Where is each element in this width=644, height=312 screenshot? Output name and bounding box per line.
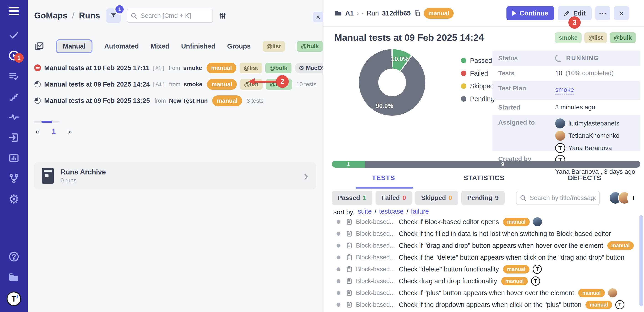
list-check-icon[interactable] <box>8 70 20 82</box>
tab-mixed[interactable]: Mixed <box>150 42 169 50</box>
clipboard-icon <box>346 278 353 284</box>
avatar <box>608 288 617 298</box>
copy-icon[interactable] <box>414 10 420 16</box>
breadcrumb-project[interactable]: GoMaps <box>34 11 68 20</box>
in-progress-status-icon <box>34 81 41 88</box>
pagination-page-1[interactable]: 1 <box>52 128 56 136</box>
assignee-avatar-stack[interactable]: T <box>609 192 640 204</box>
sign-in-icon[interactable] <box>8 132 20 144</box>
tab-statistics[interactable]: STATISTICS <box>434 174 534 182</box>
run-source: smoke <box>183 64 202 72</box>
test-plan-link[interactable]: smoke <box>555 86 574 94</box>
run-row[interactable]: Manual tests at 09 Feb 2025 13:25 from N… <box>34 92 320 109</box>
run-from-label: from <box>169 65 180 71</box>
test-row[interactable]: Block-based... Check if Block-based edit… <box>323 216 644 228</box>
app-logo-avatar[interactable]: T <box>6 292 21 306</box>
tab-defects[interactable]: DEFECTS <box>534 174 635 182</box>
test-row[interactable]: Block-based... Check if the "delete" but… <box>323 252 644 263</box>
funnel-icon <box>110 12 117 19</box>
continue-button[interactable]: Continue <box>506 6 554 20</box>
runs-notification-badge: 1 <box>14 53 24 63</box>
pagination-next[interactable]: » <box>68 128 72 136</box>
smoke-tag[interactable]: smoke <box>555 32 582 43</box>
sort-failure-link[interactable]: failure <box>411 208 429 216</box>
hamburger-menu-icon[interactable] <box>9 7 19 15</box>
filter-pending-button[interactable]: Pending9 <box>461 191 505 205</box>
horizontal-scrollbar[interactable] <box>34 121 60 122</box>
pending-dot-icon <box>336 267 340 271</box>
runs-archive-card[interactable]: Runs Archive 0 runs › <box>34 162 316 190</box>
assignee[interactable]: TYana Baranova <box>555 143 620 153</box>
scrollbar-thumb[interactable] <box>42 121 52 123</box>
bulk-tag[interactable]: @bulk <box>610 32 636 43</box>
run-title: Manual tests at 09 Feb 2025 14:24 <box>44 80 150 88</box>
bar-chart-icon[interactable] <box>8 152 20 164</box>
runs-search-input[interactable] <box>127 9 213 23</box>
vertical-scrollbar[interactable] <box>640 215 643 306</box>
runs-search <box>127 9 213 23</box>
donut-pending-label: 90.0% <box>376 102 393 109</box>
help-icon[interactable] <box>8 250 20 263</box>
active-tab-underline <box>356 187 413 188</box>
run-detail-panel: A1 › • Run 312dfb65 manual Continue Edit <box>323 0 644 312</box>
git-branch-icon[interactable] <box>8 172 20 185</box>
more-button[interactable]: ··· <box>595 6 610 20</box>
list-tag[interactable]: @list <box>584 32 607 43</box>
gear-icon[interactable]: ⚙ <box>8 193 20 205</box>
filter-failed-button[interactable]: Failed0 <box>376 191 412 205</box>
test-row[interactable]: Block-based... Check if the dropdown app… <box>323 299 644 311</box>
info-row-status: Status RUNNING <box>492 50 640 66</box>
test-row[interactable]: Block-based... Check drag and drop funct… <box>323 275 644 287</box>
pagination-prev[interactable]: « <box>36 128 40 136</box>
archive-count: 0 runs <box>60 177 106 184</box>
tab-manual[interactable]: Manual <box>56 40 92 53</box>
filter-skipped-button[interactable]: Skipped0 <box>415 191 458 205</box>
play-circle-icon[interactable]: 1 <box>8 50 20 62</box>
runs-panel-close-button[interactable]: × <box>313 12 323 22</box>
avatar: T <box>627 192 640 204</box>
test-row[interactable]: Block-based... Check "delete" button fun… <box>323 263 644 275</box>
stopped-status-icon <box>34 64 41 71</box>
info-row-plan: Test Plan smoke <box>492 80 640 100</box>
select-all-icon[interactable] <box>34 41 44 51</box>
manual-badge: manual <box>424 8 454 19</box>
pending-dot-icon <box>336 303 340 307</box>
test-title: Check if Block-based editor opens <box>399 218 499 226</box>
check-icon[interactable] <box>8 29 20 41</box>
bulk-tag: @bulk <box>265 63 292 73</box>
app-root: 1 ⚙ T <box>0 0 644 312</box>
filter-button[interactable]: 1 <box>106 8 121 23</box>
tests-search-input[interactable] <box>516 191 600 205</box>
test-row[interactable]: Block-based... Check if "plus" button ap… <box>323 287 644 299</box>
filter-passed-button[interactable]: Passed1 <box>332 191 372 205</box>
tag-list-filter[interactable]: @list <box>262 41 285 52</box>
tab-tests[interactable]: TESTS <box>333 174 434 182</box>
donut-passed-label: 10.0% <box>391 56 408 63</box>
chevron-right-icon: › <box>357 10 359 16</box>
run-source: smoke <box>184 81 202 88</box>
run-tests-count: 3 tests <box>246 98 264 104</box>
test-row[interactable]: Block-based... Check if "drag and drop" … <box>323 240 644 252</box>
steps-icon[interactable] <box>8 90 20 103</box>
test-row[interactable]: Block-based... Check the dropdown option… <box>323 311 644 312</box>
tab-unfinished[interactable]: Unfinished <box>181 42 216 50</box>
assignee[interactable]: TetianaKhomenko <box>555 131 620 141</box>
run-title-row: Manual tests at 09 Feb 2025 14:24 smoke … <box>334 32 636 43</box>
tag-bulk-filter[interactable]: @bulk <box>297 41 323 52</box>
activity-icon[interactable] <box>8 111 20 123</box>
clipboard-icon <box>346 218 353 225</box>
assignee[interactable]: liudmylastepanets <box>555 118 620 128</box>
tab-groups[interactable]: Groups <box>227 42 250 50</box>
tab-automated[interactable]: Automated <box>104 42 139 50</box>
info-row-tests: Tests 10(10% completed) <box>492 66 640 80</box>
test-row[interactable]: Block-based... Check if the filled in da… <box>323 228 644 240</box>
folder-icon[interactable] <box>8 271 20 283</box>
run-from-label: from <box>169 81 180 88</box>
close-run-button[interactable]: × <box>614 6 629 20</box>
adjustments-icon[interactable] <box>219 12 226 20</box>
breadcrumb-folder[interactable]: A1 <box>345 10 354 17</box>
run-row[interactable]: Manual tests at 10 Feb 2025 17:11 [ A1 ]… <box>34 60 320 76</box>
sort-suite-link[interactable]: suite <box>358 208 372 216</box>
sort-testcase-link[interactable]: testcase <box>379 208 404 216</box>
test-suite: Block-based... <box>356 218 395 226</box>
